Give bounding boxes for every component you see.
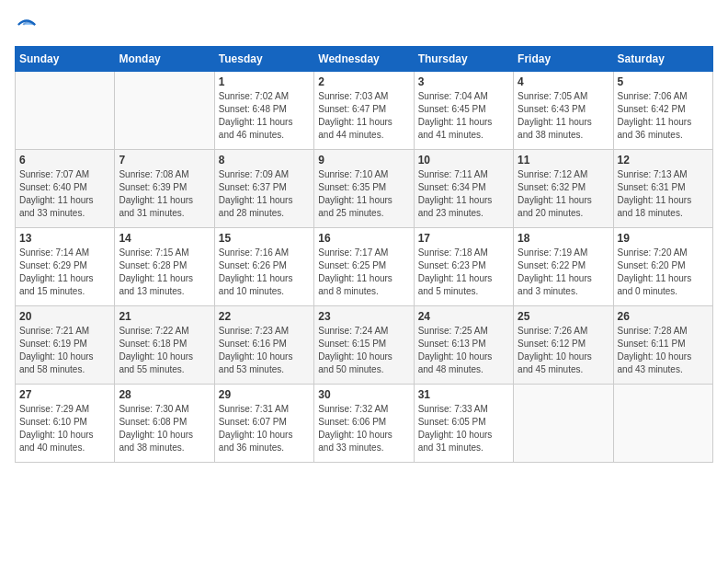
day-number: 6 <box>19 154 110 167</box>
day-info: Sunrise: 7:20 AMSunset: 6:20 PMDaylight:… <box>618 247 709 298</box>
day-number: 8 <box>219 154 310 167</box>
day-info: Sunrise: 7:19 AMSunset: 6:22 PMDaylight:… <box>518 247 609 298</box>
day-number: 22 <box>219 310 310 323</box>
calendar-cell: 27Sunrise: 7:29 AMSunset: 6:10 PMDayligh… <box>16 385 115 463</box>
page-header <box>15 15 713 35</box>
calendar-cell: 25Sunrise: 7:26 AMSunset: 6:12 PMDayligh… <box>514 306 613 385</box>
calendar-cell: 8Sunrise: 7:09 AMSunset: 6:37 PMDaylight… <box>214 150 313 228</box>
calendar-cell: 22Sunrise: 7:23 AMSunset: 6:16 PMDayligh… <box>214 306 313 385</box>
day-info: Sunrise: 7:21 AMSunset: 6:19 PMDaylight:… <box>19 325 110 376</box>
calendar-cell: 11Sunrise: 7:12 AMSunset: 6:32 PMDayligh… <box>514 150 613 228</box>
day-info: Sunrise: 7:31 AMSunset: 6:07 PMDaylight:… <box>219 403 310 454</box>
weekday-header-wednesday: Wednesday <box>314 47 414 72</box>
day-number: 14 <box>119 232 210 245</box>
day-number: 10 <box>418 154 509 167</box>
calendar-cell: 30Sunrise: 7:32 AMSunset: 6:06 PMDayligh… <box>314 385 414 463</box>
day-info: Sunrise: 7:02 AMSunset: 6:48 PMDaylight:… <box>219 90 310 142</box>
day-info: Sunrise: 7:18 AMSunset: 6:23 PMDaylight:… <box>418 247 509 298</box>
day-number: 2 <box>318 75 409 88</box>
calendar-cell: 16Sunrise: 7:17 AMSunset: 6:25 PMDayligh… <box>314 228 414 306</box>
calendar-cell: 26Sunrise: 7:28 AMSunset: 6:11 PMDayligh… <box>613 306 712 385</box>
day-number: 19 <box>618 232 709 245</box>
calendar-cell: 6Sunrise: 7:07 AMSunset: 6:40 PMDaylight… <box>16 150 115 228</box>
day-number: 13 <box>19 232 110 245</box>
calendar-week-row: 6Sunrise: 7:07 AMSunset: 6:40 PMDaylight… <box>16 150 713 228</box>
day-number: 29 <box>219 388 310 401</box>
calendar-cell: 31Sunrise: 7:33 AMSunset: 6:05 PMDayligh… <box>414 385 513 463</box>
day-info: Sunrise: 7:23 AMSunset: 6:16 PMDaylight:… <box>219 325 310 376</box>
calendar-cell: 2Sunrise: 7:03 AMSunset: 6:47 PMDaylight… <box>314 72 414 150</box>
day-info: Sunrise: 7:05 AMSunset: 6:43 PMDaylight:… <box>518 90 609 142</box>
logo-icon <box>17 15 37 35</box>
calendar-cell: 17Sunrise: 7:18 AMSunset: 6:23 PMDayligh… <box>414 228 513 306</box>
day-info: Sunrise: 7:25 AMSunset: 6:13 PMDaylight:… <box>418 325 509 376</box>
calendar-cell <box>613 385 712 463</box>
day-number: 27 <box>19 388 110 401</box>
day-number: 28 <box>119 388 210 401</box>
day-info: Sunrise: 7:04 AMSunset: 6:45 PMDaylight:… <box>418 90 509 142</box>
calendar-cell: 23Sunrise: 7:24 AMSunset: 6:15 PMDayligh… <box>314 306 414 385</box>
calendar-week-row: 27Sunrise: 7:29 AMSunset: 6:10 PMDayligh… <box>16 385 713 463</box>
day-number: 31 <box>418 388 509 401</box>
calendar-week-row: 1Sunrise: 7:02 AMSunset: 6:48 PMDaylight… <box>16 72 713 150</box>
day-info: Sunrise: 7:30 AMSunset: 6:08 PMDaylight:… <box>119 403 210 454</box>
day-info: Sunrise: 7:17 AMSunset: 6:25 PMDaylight:… <box>318 247 409 298</box>
day-info: Sunrise: 7:06 AMSunset: 6:42 PMDaylight:… <box>618 90 709 142</box>
day-info: Sunrise: 7:33 AMSunset: 6:05 PMDaylight:… <box>418 403 509 454</box>
day-number: 7 <box>119 154 210 167</box>
calendar-cell: 28Sunrise: 7:30 AMSunset: 6:08 PMDayligh… <box>115 385 214 463</box>
day-number: 20 <box>19 310 110 323</box>
day-number: 5 <box>618 75 709 88</box>
calendar-cell <box>115 72 214 150</box>
day-info: Sunrise: 7:13 AMSunset: 6:31 PMDaylight:… <box>618 168 709 220</box>
calendar-cell: 14Sunrise: 7:15 AMSunset: 6:28 PMDayligh… <box>115 228 214 306</box>
calendar-cell: 7Sunrise: 7:08 AMSunset: 6:39 PMDaylight… <box>115 150 214 228</box>
weekday-header-thursday: Thursday <box>414 47 513 72</box>
calendar-cell: 29Sunrise: 7:31 AMSunset: 6:07 PMDayligh… <box>214 385 313 463</box>
day-number: 3 <box>418 75 509 88</box>
day-number: 23 <box>318 310 409 323</box>
calendar-cell: 1Sunrise: 7:02 AMSunset: 6:48 PMDaylight… <box>214 72 313 150</box>
calendar-table: SundayMondayTuesdayWednesdayThursdayFrid… <box>15 46 713 463</box>
day-number: 4 <box>518 75 609 88</box>
day-number: 26 <box>618 310 709 323</box>
calendar-header: SundayMondayTuesdayWednesdayThursdayFrid… <box>16 47 713 72</box>
day-info: Sunrise: 7:24 AMSunset: 6:15 PMDaylight:… <box>318 325 409 376</box>
day-info: Sunrise: 7:15 AMSunset: 6:28 PMDaylight:… <box>119 247 210 298</box>
day-info: Sunrise: 7:08 AMSunset: 6:39 PMDaylight:… <box>119 168 210 220</box>
logo <box>15 15 37 35</box>
calendar-cell: 4Sunrise: 7:05 AMSunset: 6:43 PMDaylight… <box>514 72 613 150</box>
day-number: 9 <box>318 154 409 167</box>
weekday-header-tuesday: Tuesday <box>214 47 313 72</box>
day-number: 16 <box>318 232 409 245</box>
day-number: 30 <box>318 388 409 401</box>
calendar-cell: 9Sunrise: 7:10 AMSunset: 6:35 PMDaylight… <box>314 150 414 228</box>
calendar-cell: 24Sunrise: 7:25 AMSunset: 6:13 PMDayligh… <box>414 306 513 385</box>
day-number: 12 <box>618 154 709 167</box>
day-info: Sunrise: 7:29 AMSunset: 6:10 PMDaylight:… <box>19 403 110 454</box>
weekday-header-sunday: Sunday <box>16 47 115 72</box>
calendar-cell: 15Sunrise: 7:16 AMSunset: 6:26 PMDayligh… <box>214 228 313 306</box>
weekday-header-row: SundayMondayTuesdayWednesdayThursdayFrid… <box>16 47 713 72</box>
calendar-cell: 5Sunrise: 7:06 AMSunset: 6:42 PMDaylight… <box>613 72 712 150</box>
calendar-body: 1Sunrise: 7:02 AMSunset: 6:48 PMDaylight… <box>16 72 713 463</box>
calendar-cell <box>16 72 115 150</box>
day-info: Sunrise: 7:16 AMSunset: 6:26 PMDaylight:… <box>219 247 310 298</box>
day-info: Sunrise: 7:22 AMSunset: 6:18 PMDaylight:… <box>119 325 210 376</box>
calendar-cell: 10Sunrise: 7:11 AMSunset: 6:34 PMDayligh… <box>414 150 513 228</box>
day-number: 15 <box>219 232 310 245</box>
day-number: 17 <box>418 232 509 245</box>
day-info: Sunrise: 7:12 AMSunset: 6:32 PMDaylight:… <box>518 168 609 220</box>
calendar-cell: 3Sunrise: 7:04 AMSunset: 6:45 PMDaylight… <box>414 72 513 150</box>
calendar-cell: 12Sunrise: 7:13 AMSunset: 6:31 PMDayligh… <box>613 150 712 228</box>
calendar-cell: 13Sunrise: 7:14 AMSunset: 6:29 PMDayligh… <box>16 228 115 306</box>
day-info: Sunrise: 7:14 AMSunset: 6:29 PMDaylight:… <box>19 247 110 298</box>
day-number: 1 <box>219 75 310 88</box>
calendar-week-row: 20Sunrise: 7:21 AMSunset: 6:19 PMDayligh… <box>16 306 713 385</box>
calendar-cell <box>514 385 613 463</box>
day-info: Sunrise: 7:26 AMSunset: 6:12 PMDaylight:… <box>518 325 609 376</box>
day-info: Sunrise: 7:10 AMSunset: 6:35 PMDaylight:… <box>318 168 409 220</box>
weekday-header-friday: Friday <box>514 47 613 72</box>
weekday-header-monday: Monday <box>115 47 214 72</box>
day-number: 11 <box>518 154 609 167</box>
